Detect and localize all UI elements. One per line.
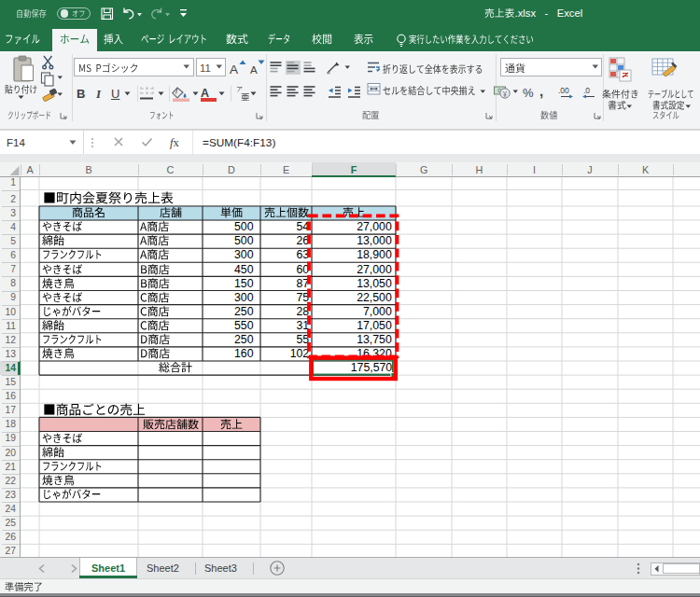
- svg-text:.00: .00: [558, 86, 569, 95]
- svg-text:.0: .0: [583, 86, 590, 95]
